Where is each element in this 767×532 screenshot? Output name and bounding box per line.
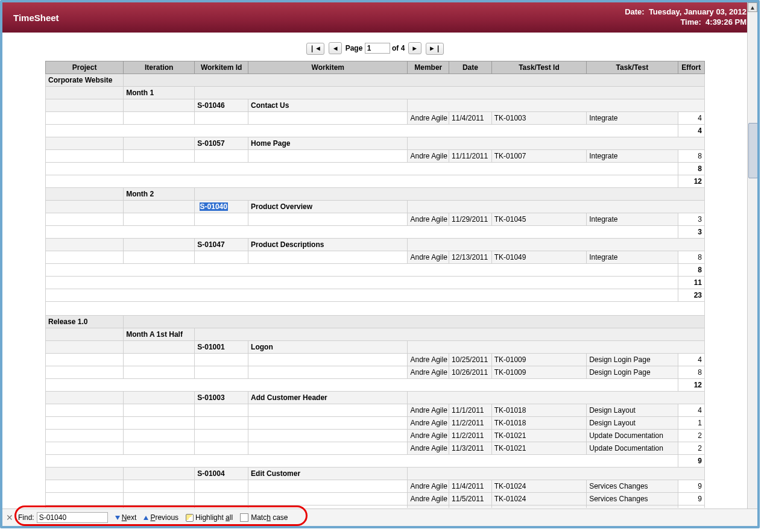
header-bar: TimeSheet Date: Tuesday, January 03, 201… bbox=[2, 2, 757, 33]
col-member: Member bbox=[408, 61, 449, 74]
pager-page-input[interactable] bbox=[365, 43, 390, 54]
pager: ❘◄ ◄ Page of 4 ► ►❘ bbox=[2, 42, 748, 55]
col-effort: Effort bbox=[678, 61, 704, 74]
table-row: 3 bbox=[46, 225, 705, 238]
pager-page-label: Page bbox=[346, 44, 363, 52]
arrow-up-icon bbox=[144, 516, 148, 520]
find-close-icon[interactable]: ✕ bbox=[6, 513, 13, 522]
col-date: Date bbox=[449, 61, 492, 74]
table-row: 8 bbox=[46, 263, 705, 276]
pager-next-button[interactable]: ► bbox=[408, 42, 421, 54]
highlight-icon bbox=[186, 514, 194, 522]
table-row: Andre Agile11/5/2011TK-01024Services Cha… bbox=[46, 492, 705, 505]
table-row: 11 bbox=[46, 276, 705, 289]
table-row: Andre Agile11/4/2011TK-01024Services Cha… bbox=[46, 480, 705, 492]
table-row: S-01046Contact Us bbox=[46, 99, 705, 111]
table-row: Andre Agile11/6/2011TK-01024Services Cha… bbox=[46, 505, 705, 508]
table-row: Andre Agile11/29/2011TK-01045Integrate3 bbox=[46, 213, 705, 225]
table-row: Release 1.0 bbox=[46, 315, 705, 328]
table-row: Andre Agile10/25/2011TK-01009Design Logi… bbox=[46, 353, 705, 366]
table-row: Andre Agile11/3/2011TK-01021Update Docum… bbox=[46, 442, 705, 454]
col-project: Project bbox=[46, 61, 124, 74]
pager-last-button[interactable]: ►❘ bbox=[426, 43, 444, 55]
header-datetime: Date: Tuesday, January 03, 2012 Time: 4:… bbox=[625, 7, 746, 28]
table-row: S-01004Edit Customer bbox=[46, 467, 705, 480]
table-row: S-01001Logon bbox=[46, 340, 705, 353]
pager-first-button[interactable]: ❘◄ bbox=[306, 43, 324, 55]
table-row: 4 bbox=[46, 124, 705, 137]
table-row: Month 2 bbox=[46, 187, 705, 200]
table-row: 23 bbox=[46, 289, 705, 301]
col-task: Task/Test bbox=[587, 61, 678, 74]
table-row bbox=[46, 301, 705, 315]
table-row: S-01003Add Customer Header bbox=[46, 391, 705, 404]
table-row: Andre Agile11/2/2011TK-01021Update Docum… bbox=[46, 429, 705, 442]
table-header-row: ProjectIterationWorkitem IdWorkitemMembe… bbox=[46, 61, 705, 74]
arrow-down-icon bbox=[115, 516, 120, 520]
table-row: S-01040Product Overview bbox=[46, 200, 705, 213]
col-workitem: Workitem bbox=[248, 61, 408, 74]
table-row: 12 bbox=[46, 175, 705, 187]
scroll-thumb[interactable] bbox=[748, 123, 758, 178]
table-row: Month A 1st Half bbox=[46, 328, 705, 340]
find-next-button[interactable]: Next bbox=[115, 513, 137, 522]
pager-of-label: of bbox=[392, 44, 399, 52]
timesheet-table: ProjectIterationWorkitem IdWorkitemMembe… bbox=[45, 61, 705, 509]
table-row: 9 bbox=[46, 454, 705, 467]
vertical-scrollbar[interactable]: ▲ ▼ bbox=[747, 2, 757, 526]
highlight-all-button[interactable]: Highlight all bbox=[186, 513, 233, 522]
app-title: TimeSheet bbox=[13, 13, 59, 23]
table-row: S-01057Home Page bbox=[46, 137, 705, 149]
table-row: S-01047Product Descriptions bbox=[46, 238, 705, 251]
checkbox-icon bbox=[240, 513, 248, 522]
table-row: 12 bbox=[46, 378, 705, 391]
table-row: Andre Agile11/1/2011TK-01018Design Layou… bbox=[46, 404, 705, 416]
col-workitem_id: Workitem Id bbox=[195, 61, 248, 74]
table-row: Andre Agile11/2/2011TK-01018Design Layou… bbox=[46, 416, 705, 429]
col-iteration: Iteration bbox=[124, 61, 195, 74]
table-row: 8 bbox=[46, 162, 705, 175]
find-input[interactable] bbox=[37, 512, 108, 523]
table-row: Month 1 bbox=[46, 86, 705, 99]
col-task_id: Task/Test Id bbox=[491, 61, 586, 74]
scroll-up-arrow-icon[interactable]: ▲ bbox=[748, 2, 757, 12]
report-viewport: ❘◄ ◄ Page of 4 ► ►❘ ProjectIterationWork… bbox=[2, 33, 748, 508]
table-row: Andre Agile10/26/2011TK-01009Design Logi… bbox=[46, 366, 705, 378]
table-row: Andre Agile12/13/2011TK-01049Integrate8 bbox=[46, 251, 705, 263]
find-bar: ✕ Find: Next Previous Highlight all Matc… bbox=[2, 509, 757, 526]
find-label: Find: bbox=[18, 513, 34, 522]
table-row: Corporate Website bbox=[46, 74, 705, 86]
find-previous-button[interactable]: Previous bbox=[144, 513, 178, 522]
table-row: Andre Agile11/11/2011TK-01007Integrate8 bbox=[46, 149, 705, 162]
match-case-checkbox[interactable]: Match case bbox=[240, 513, 288, 522]
pager-total: 4 bbox=[401, 44, 405, 52]
table-row: Andre Agile11/4/2011TK-01003Integrate4 bbox=[46, 111, 705, 124]
pager-prev-button[interactable]: ◄ bbox=[329, 42, 342, 54]
